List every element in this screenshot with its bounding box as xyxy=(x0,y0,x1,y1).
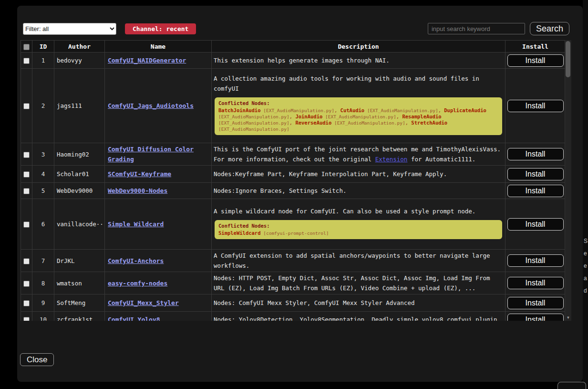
conflicted-nodes-list: SimpleWildcard [comfyui-prompt-control] xyxy=(218,230,498,236)
node-name-link[interactable]: ComfyUI Yolov8 xyxy=(108,316,160,321)
row-description: Nodes: HTTP POST, Empty Dict, Assoc Str,… xyxy=(212,272,505,294)
channel-badge[interactable]: Channel: recent xyxy=(125,23,196,34)
description-link[interactable]: Extension xyxy=(375,156,408,163)
scrollbar-thumb[interactable] xyxy=(566,41,570,77)
column-header-id: ID xyxy=(32,41,54,53)
row-name-cell: WebDev9000-Nodes xyxy=(105,183,212,199)
install-button[interactable]: Install xyxy=(507,148,564,160)
close-button[interactable]: Close xyxy=(20,353,54,366)
description-text: Nodes: ComfyUI Mexx Styler, ComfyUI Mexx… xyxy=(214,298,503,308)
row-description: A ComfyUI extension to add spatial ancho… xyxy=(212,250,505,272)
install-button[interactable]: Install xyxy=(507,314,564,321)
row-install-cell: Install xyxy=(505,272,566,294)
conflict-node-ext: [EXT_AudioManipulation.py] xyxy=(218,114,289,119)
row-id: 9 xyxy=(32,294,54,312)
row-checkbox[interactable] xyxy=(23,171,30,178)
install-button[interactable]: Install xyxy=(507,297,564,309)
row-checkbox[interactable] xyxy=(23,258,30,264)
row-name-cell: ComfyUI_NAIDGenerator xyxy=(105,53,212,69)
row-checkbox[interactable] xyxy=(23,221,30,228)
row-checkbox[interactable] xyxy=(23,317,30,321)
node-name-link[interactable]: ComfyUI_Mexx_Styler xyxy=(108,299,179,306)
conflict-node-ext: [EXT_AudioManipulation.py] xyxy=(218,120,289,126)
row-description: Nodes: ComfyUI Mexx Styler, ComfyUI Mexx… xyxy=(212,294,505,312)
conflict-node-ext: [EXT_AudioManipulation.py] xyxy=(261,108,334,113)
conflicted-nodes-title: Conflicted Nodes: xyxy=(218,100,498,106)
background-ui-strip: S e e a d xyxy=(583,0,588,389)
custom-nodes-dialog: Filter: all Channel: recent Search ID Au… xyxy=(17,6,583,382)
node-name-link[interactable]: easy-comfy-nodes xyxy=(108,280,167,287)
row-install-cell: Install xyxy=(505,166,566,183)
row-install-cell: Install xyxy=(505,53,566,69)
table-header-row: ID Author Name Description Install xyxy=(21,41,566,53)
column-header-install: Install xyxy=(505,41,566,53)
node-name-link[interactable]: ComfyUI_NAIDGenerator xyxy=(108,57,186,64)
row-checkbox[interactable] xyxy=(23,58,30,64)
row-description: This is the ComfyUI port of the joint re… xyxy=(212,143,505,166)
row-checkbox-cell xyxy=(21,199,32,250)
description-text: Nodes: Yolov8Detection, Yolov8Segmentati… xyxy=(214,315,503,321)
row-name-cell: ComfyUI_Jags_Audiotools xyxy=(105,69,212,143)
row-author: Scholar01 xyxy=(54,166,105,183)
conflict-node-ext: [EXT_AudioManipulation.py] xyxy=(364,108,438,113)
node-name-link[interactable]: ComfyUI Diffusion Color Grading xyxy=(108,146,194,163)
background-text-fragment: S xyxy=(584,238,588,244)
background-text-fragment: e xyxy=(584,250,587,257)
column-header-name: Name xyxy=(105,41,212,53)
node-name-link[interactable]: ComfyUI_Jags_Audiotools xyxy=(108,102,194,109)
node-name-link[interactable]: SComfyUI-Keyframe xyxy=(108,170,171,178)
row-checkbox-cell xyxy=(21,166,32,183)
install-button[interactable]: Install xyxy=(507,218,564,231)
row-id: 6 xyxy=(32,199,54,250)
description-text: Nodes:Keyframe Part, Keyframe Interpolat… xyxy=(214,169,503,179)
install-button[interactable]: Install xyxy=(507,168,564,180)
row-id: 7 xyxy=(32,250,54,272)
description-text: A ComfyUI extension to add spatial ancho… xyxy=(214,251,503,271)
column-header-author: Author xyxy=(54,41,105,53)
description-text: Nodes: HTTP POST, Empty Dict, Assoc Str,… xyxy=(214,273,503,293)
conflict-node-ext: [comfyui-prompt-control] xyxy=(261,231,329,236)
node-name-link[interactable]: WebDev9000-Nodes xyxy=(108,187,167,194)
select-all-checkbox[interactable] xyxy=(23,44,30,50)
row-checkbox[interactable] xyxy=(23,152,30,158)
row-id: 4 xyxy=(32,166,54,183)
table-row: 7DrJKLComfyUI-AnchorsA ComfyUI extension… xyxy=(21,250,566,272)
conflict-node-name: ReverseAudio xyxy=(295,120,331,126)
install-button[interactable]: Install xyxy=(507,277,564,289)
install-button[interactable]: Install xyxy=(507,54,564,67)
row-checkbox[interactable] xyxy=(23,300,30,306)
conflict-node-name: BatchJoinAudio xyxy=(218,107,261,113)
search-button[interactable]: Search xyxy=(530,22,569,35)
install-button[interactable]: Install xyxy=(507,254,564,267)
row-checkbox-cell xyxy=(21,312,32,321)
row-checkbox[interactable] xyxy=(23,103,30,109)
table-row: 9SoftMengComfyUI_Mexx_StylerNodes: Comfy… xyxy=(21,294,566,312)
conflict-node-name: CutAudio xyxy=(340,107,365,113)
node-name-link[interactable]: ComfyUI-Anchors xyxy=(108,257,164,264)
conflicted-nodes-title: Conflicted Nodes: xyxy=(218,223,498,229)
table-row: 6vanillacode···Simple WildcardA simple w… xyxy=(21,199,566,250)
search-input[interactable] xyxy=(428,23,525,34)
conflicted-nodes-list: BatchJoinAudio [EXT_AudioManipulation.py… xyxy=(218,107,498,132)
table-row: 5WebDev9000WebDev9000-NodesNodes:Ignore … xyxy=(21,183,566,199)
filter-select[interactable]: Filter: all xyxy=(23,23,116,35)
row-checkbox[interactable] xyxy=(23,281,30,287)
node-name-link[interactable]: Simple Wildcard xyxy=(108,221,164,228)
install-button[interactable]: Install xyxy=(507,100,564,112)
nodes-table: ID Author Name Description Install 1bedo… xyxy=(21,40,571,321)
row-author: WebDev9000 xyxy=(54,183,105,199)
description-text: This extension helps generate images thr… xyxy=(214,55,503,65)
install-button[interactable]: Install xyxy=(507,185,564,197)
column-header-checkbox xyxy=(21,41,32,53)
table-row: 2jags111ComfyUI_Jags_AudiotoolsA collect… xyxy=(21,69,566,143)
scroll-down-arrow[interactable]: ▼ xyxy=(565,315,571,320)
conflict-node-name: DuplicateAudio xyxy=(444,107,486,113)
row-install-cell: Install xyxy=(505,183,566,199)
table-scrollbar[interactable]: ▼ xyxy=(565,40,571,321)
conflicted-nodes-box: Conflicted Nodes:BatchJoinAudio [EXT_Aud… xyxy=(215,97,502,135)
row-install-cell: Install xyxy=(505,143,566,166)
row-checkbox[interactable] xyxy=(23,188,30,194)
conflict-node-name: StretchAudio xyxy=(411,120,447,126)
row-checkbox-cell xyxy=(21,69,32,143)
table-row: 8wmatsoneasy-comfy-nodesNodes: HTTP POST… xyxy=(21,272,566,294)
